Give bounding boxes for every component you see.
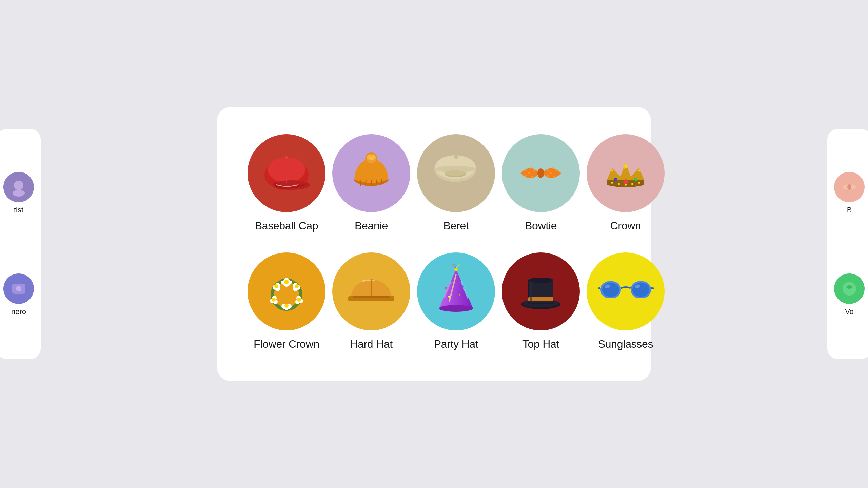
svg-point-60 bbox=[295, 284, 299, 288]
item-party-hat[interactable]: Party Hat bbox=[417, 252, 495, 350]
svg-rect-97 bbox=[602, 283, 619, 297]
scene: tist nero bbox=[0, 0, 868, 488]
svg-point-56 bbox=[284, 280, 289, 284]
label-bowtie: Bowtie bbox=[525, 220, 557, 232]
right-label-1: B bbox=[847, 206, 852, 215]
svg-point-87 bbox=[448, 296, 450, 298]
svg-line-100 bbox=[651, 288, 654, 289]
svg-point-28 bbox=[525, 169, 527, 171]
circle-baseball-cap bbox=[248, 134, 326, 212]
label-baseball-cap: Baseball Cap bbox=[255, 220, 318, 232]
left-item-1[interactable]: tist bbox=[3, 172, 34, 215]
svg-point-81 bbox=[439, 305, 473, 312]
circle-flower-crown bbox=[248, 252, 326, 330]
svg-point-47 bbox=[618, 183, 620, 185]
svg-point-8 bbox=[285, 156, 288, 159]
item-flower-crown[interactable]: Flower Crown bbox=[248, 252, 326, 350]
svg-point-94 bbox=[528, 278, 553, 283]
item-crown[interactable]: Crown bbox=[587, 134, 665, 232]
svg-point-64 bbox=[297, 298, 301, 302]
label-hard-hat: Hard Hat bbox=[350, 338, 393, 350]
svg-point-31 bbox=[533, 169, 535, 171]
svg-point-39 bbox=[553, 176, 555, 178]
svg-point-37 bbox=[555, 169, 557, 171]
label-crown: Crown bbox=[610, 220, 641, 232]
item-beanie[interactable]: Beanie bbox=[332, 134, 410, 232]
item-sunglasses[interactable]: Sunglasses bbox=[587, 252, 665, 350]
svg-point-86 bbox=[459, 294, 460, 296]
svg-rect-98 bbox=[632, 283, 649, 297]
svg-point-1 bbox=[13, 190, 25, 197]
circle-bowtie bbox=[502, 134, 580, 212]
svg-point-0 bbox=[14, 181, 23, 190]
items-grid: Baseball Cap bbox=[248, 134, 620, 350]
left-circle-1 bbox=[3, 172, 34, 202]
svg-point-3 bbox=[16, 286, 21, 291]
circle-beanie bbox=[332, 134, 410, 212]
item-bowtie[interactable]: Bowtie bbox=[502, 134, 580, 232]
circle-top-hat bbox=[502, 252, 580, 330]
left-label-2: nero bbox=[11, 307, 26, 316]
circle-hard-hat bbox=[332, 252, 410, 330]
svg-point-30 bbox=[528, 172, 530, 174]
right-circle-1 bbox=[834, 172, 865, 202]
svg-point-85 bbox=[462, 285, 464, 287]
circle-sunglasses bbox=[587, 252, 665, 330]
label-top-hat: Top Hat bbox=[522, 338, 559, 350]
left-card: tist nero bbox=[0, 129, 41, 359]
svg-rect-80 bbox=[353, 296, 390, 298]
right-item-1[interactable]: B bbox=[834, 172, 865, 215]
svg-point-72 bbox=[272, 298, 276, 302]
left-item-2[interactable]: nero bbox=[3, 273, 34, 316]
left-circle-2 bbox=[3, 273, 34, 304]
svg-rect-93 bbox=[530, 281, 532, 302]
svg-point-19 bbox=[370, 157, 373, 160]
label-sunglasses: Sunglasses bbox=[598, 338, 653, 350]
svg-point-32 bbox=[525, 175, 527, 177]
svg-point-33 bbox=[531, 176, 533, 178]
label-beret: Beret bbox=[443, 220, 469, 232]
right-item-2[interactable]: Vo bbox=[834, 273, 865, 316]
item-beret[interactable]: Beret bbox=[417, 134, 495, 232]
svg-point-26 bbox=[455, 156, 457, 158]
right-circle-2 bbox=[834, 273, 865, 304]
svg-point-42 bbox=[634, 178, 637, 181]
left-label-1: tist bbox=[14, 206, 23, 215]
svg-point-68 bbox=[284, 304, 289, 308]
svg-point-103 bbox=[847, 184, 851, 190]
label-beanie: Beanie bbox=[355, 220, 388, 232]
svg-point-84 bbox=[450, 282, 452, 284]
svg-line-99 bbox=[598, 288, 600, 289]
circle-party-hat bbox=[417, 252, 495, 330]
right-card: B Vo bbox=[827, 129, 868, 359]
main-card: Baseball Cap bbox=[217, 107, 651, 381]
svg-point-50 bbox=[638, 182, 640, 184]
svg-point-49 bbox=[631, 183, 633, 185]
svg-point-41 bbox=[614, 178, 617, 181]
circle-beret bbox=[417, 134, 495, 212]
svg-point-48 bbox=[625, 184, 627, 186]
label-flower-crown: Flower Crown bbox=[254, 338, 319, 350]
item-baseball-cap[interactable]: Baseball Cap bbox=[248, 134, 326, 232]
item-top-hat[interactable]: Top Hat bbox=[502, 252, 580, 350]
svg-point-83 bbox=[445, 287, 447, 289]
svg-point-76 bbox=[274, 284, 278, 288]
svg-point-36 bbox=[550, 172, 552, 174]
label-party-hat: Party Hat bbox=[434, 338, 478, 350]
item-hard-hat[interactable]: Hard Hat bbox=[332, 252, 410, 350]
right-label-2: Vo bbox=[845, 307, 854, 316]
svg-point-24 bbox=[445, 170, 466, 176]
svg-point-29 bbox=[530, 167, 532, 169]
svg-point-40 bbox=[623, 179, 628, 184]
svg-point-27 bbox=[537, 168, 544, 178]
svg-point-46 bbox=[611, 182, 613, 184]
circle-crown bbox=[587, 134, 665, 212]
svg-point-38 bbox=[547, 175, 549, 177]
svg-point-34 bbox=[547, 169, 549, 171]
svg-point-35 bbox=[552, 167, 554, 169]
